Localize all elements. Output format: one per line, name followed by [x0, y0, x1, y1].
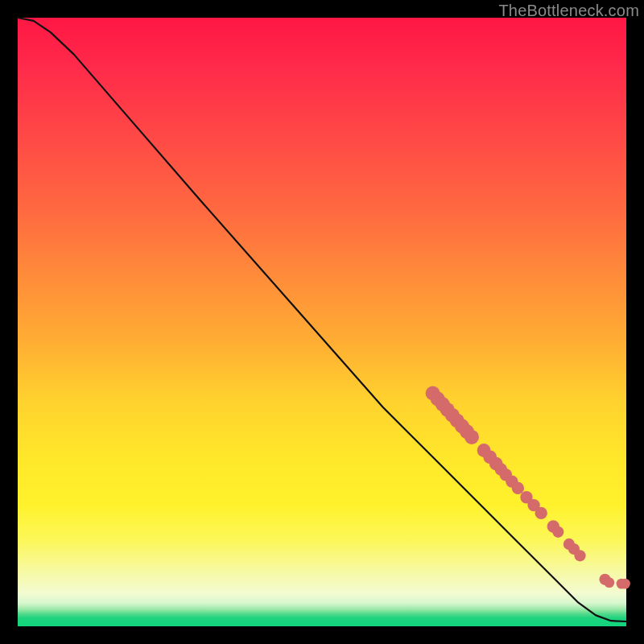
chart-stage: TheBottleneck.com — [0, 0, 644, 644]
data-marker — [620, 579, 630, 589]
marker-group — [426, 386, 630, 589]
attribution-text: TheBottleneck.com — [498, 2, 639, 20]
data-marker — [574, 550, 585, 561]
chart-plot-area — [18, 18, 626, 626]
data-marker — [535, 507, 547, 519]
data-marker — [464, 430, 479, 444]
data-marker — [552, 526, 564, 538]
bottleneck-curve — [18, 18, 626, 621]
data-marker — [604, 577, 614, 588]
chart-svg — [18, 18, 626, 626]
data-marker — [512, 482, 524, 494]
